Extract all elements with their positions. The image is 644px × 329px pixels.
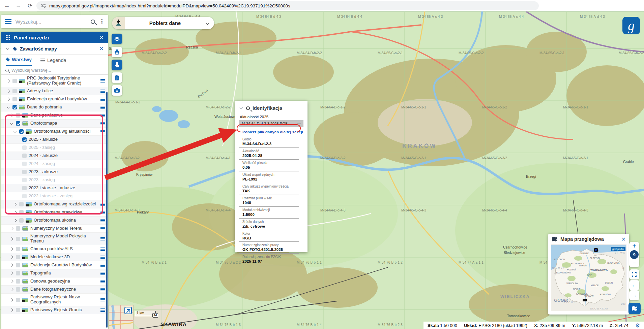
layer-checkbox[interactable] bbox=[16, 121, 20, 126]
layer-row[interactable]: Ortofotomapa wg rozdzielczości bbox=[1, 200, 108, 208]
expand-chevron-icon[interactable] bbox=[7, 105, 10, 108]
layer-menu-icon[interactable] bbox=[100, 122, 105, 125]
layer-row[interactable]: Ortofotomapa wg aktualności bbox=[1, 128, 108, 136]
tab-legenda[interactable]: Legenda bbox=[40, 58, 66, 66]
browser-back-icon[interactable]: ← bbox=[3, 2, 11, 9]
browser-forward-icon[interactable]: → bbox=[15, 2, 22, 9]
layer-row[interactable]: Dane fotogrametryczne bbox=[1, 286, 108, 294]
expand-chevron-icon[interactable] bbox=[7, 79, 10, 83]
layer-checkbox[interactable] bbox=[16, 279, 20, 284]
layer-row[interactable]: 2022 i starsze - arkusze bbox=[1, 184, 108, 192]
layer-search-input[interactable]: Wyszukaj warstwę... bbox=[1, 66, 108, 75]
expand-chevron-icon[interactable] bbox=[13, 203, 17, 206]
expand-chevron-icon[interactable] bbox=[10, 308, 13, 312]
layer-menu-icon[interactable] bbox=[100, 98, 105, 101]
global-search-bar[interactable]: Wyszukaj... ⋮ bbox=[1, 15, 108, 28]
search-icon[interactable] bbox=[91, 20, 95, 24]
chevron-down-icon[interactable] bbox=[6, 46, 9, 50]
layer-row[interactable]: 2023 - arkusze bbox=[1, 168, 108, 176]
pobierz-dane-dropdown[interactable]: Pobierz dane bbox=[112, 17, 214, 29]
layer-row[interactable]: Osnowa geodezyjna bbox=[1, 277, 108, 286]
open-basemap-icon[interactable] bbox=[124, 307, 132, 314]
layer-checkbox[interactable] bbox=[16, 263, 20, 267]
layer-menu-icon[interactable] bbox=[100, 203, 105, 206]
previous-extent-button[interactable]: ← bbox=[629, 280, 639, 290]
map-content-close-icon[interactable]: ✕ bbox=[99, 45, 104, 52]
layer-menu-icon[interactable] bbox=[100, 219, 105, 222]
layer-checkbox[interactable] bbox=[16, 226, 20, 231]
layers-tool-button[interactable] bbox=[112, 34, 122, 44]
layer-checkbox[interactable] bbox=[22, 154, 27, 158]
layer-row[interactable]: 2024 - arkusze bbox=[1, 152, 108, 160]
layer-menu-icon[interactable] bbox=[100, 130, 105, 133]
layer-row[interactable]: 2022 i starsze - zasięg bbox=[1, 192, 108, 200]
settings-gear-icon[interactable]: ⚙ bbox=[635, 322, 640, 329]
overview-toggle-button[interactable] bbox=[628, 303, 641, 314]
geoportal-logo[interactable]: g bbox=[622, 17, 640, 34]
layer-row[interactable]: Dane do pobrania bbox=[1, 103, 108, 111]
browser-reload-icon[interactable]: ⟳ bbox=[26, 2, 34, 9]
fullscreen-button[interactable] bbox=[629, 269, 639, 279]
layer-row[interactable]: Topografia bbox=[1, 269, 108, 277]
layer-row[interactable]: Państwowy Rejestr Nazw Geograficznych bbox=[1, 294, 108, 306]
layer-row[interactable]: Numeryczny Model Terenu bbox=[1, 225, 108, 233]
layer-row[interactable]: Ortofotomapa ukośna bbox=[1, 217, 108, 225]
panel-close-icon[interactable]: ✕ bbox=[99, 34, 104, 41]
layer-checkbox[interactable] bbox=[12, 79, 17, 83]
expand-chevron-icon[interactable] bbox=[13, 211, 17, 214]
layer-checkbox[interactable] bbox=[19, 210, 24, 215]
layer-row[interactable]: Państwowy Rejestr Granic bbox=[1, 306, 108, 314]
expand-chevron-icon[interactable] bbox=[10, 280, 13, 283]
expand-chevron-icon[interactable] bbox=[10, 288, 13, 291]
sidebar-scrollbar[interactable] bbox=[106, 92, 108, 328]
address-bar[interactable]: mapy.geoportal.gov.pl/imapnext/imap/inde… bbox=[36, 1, 539, 10]
layer-menu-icon[interactable] bbox=[100, 288, 105, 291]
layer-checkbox[interactable] bbox=[22, 186, 27, 190]
layer-row[interactable]: Dane powiatowe bbox=[1, 111, 108, 120]
layer-menu-icon[interactable] bbox=[100, 106, 105, 109]
print-tool-button[interactable] bbox=[112, 47, 122, 57]
expand-chevron-icon[interactable] bbox=[10, 264, 13, 267]
layer-menu-icon[interactable] bbox=[100, 272, 105, 275]
expand-chevron-icon[interactable] bbox=[10, 256, 13, 259]
result-accordion[interactable]: M-34-64-D-d-2-3 2025 RGB — bbox=[239, 120, 303, 127]
expand-chevron-icon[interactable] bbox=[10, 237, 13, 240]
layer-checkbox[interactable] bbox=[22, 170, 27, 174]
popup-collapse-chevron[interactable] bbox=[240, 106, 243, 109]
layer-row[interactable]: Chmura punktów ALS bbox=[1, 245, 108, 253]
layer-menu-icon[interactable] bbox=[100, 79, 105, 83]
collapse-minus-icon[interactable]: — bbox=[297, 122, 301, 126]
overview-minimap[interactable]: SZCZECINGDAŃSKOLSZTYNBIAŁYSTOKBYDGOSZCZT… bbox=[551, 244, 626, 311]
layer-checkbox[interactable] bbox=[16, 287, 20, 292]
layer-row[interactable]: Ortofotomapa prawdziwa bbox=[1, 208, 108, 217]
layer-checkbox[interactable] bbox=[16, 113, 20, 118]
layer-checkbox[interactable] bbox=[19, 129, 24, 134]
expand-chevron-icon[interactable] bbox=[10, 298, 13, 301]
layer-checkbox[interactable] bbox=[22, 162, 27, 166]
expand-chevron-icon[interactable] bbox=[13, 219, 17, 222]
expand-chevron-icon[interactable] bbox=[10, 248, 13, 251]
menu-icon[interactable] bbox=[5, 19, 11, 24]
layer-menu-icon[interactable] bbox=[100, 248, 105, 251]
layer-menu-icon[interactable] bbox=[100, 280, 105, 283]
layer-row[interactable]: Ewidencja Gruntów i Budynków bbox=[1, 261, 108, 269]
layer-menu-icon[interactable] bbox=[100, 211, 105, 214]
next-extent-button[interactable]: → bbox=[629, 290, 639, 300]
layer-menu-icon[interactable] bbox=[100, 90, 105, 93]
layer-row[interactable]: Ewidencja gruntów i budynków bbox=[1, 95, 108, 103]
layer-checkbox[interactable] bbox=[19, 218, 24, 223]
layer-checkbox[interactable] bbox=[16, 271, 20, 275]
expand-chevron-icon[interactable] bbox=[10, 121, 13, 125]
layer-row[interactable]: Modele siatkowe 3D bbox=[1, 253, 108, 261]
layer-checkbox[interactable] bbox=[19, 202, 24, 206]
layer-checkbox[interactable] bbox=[16, 308, 20, 312]
layer-checkbox[interactable] bbox=[12, 97, 17, 101]
expand-chevron-icon[interactable] bbox=[10, 227, 13, 230]
layer-row[interactable]: Ortofotomapa bbox=[1, 120, 108, 128]
zoom-in-button[interactable]: + bbox=[629, 242, 639, 250]
download-section-link[interactable]: Pobierz plik danych dla tej sekcji bbox=[242, 130, 303, 134]
layer-checkbox[interactable] bbox=[16, 247, 20, 251]
expand-chevron-icon[interactable] bbox=[7, 98, 10, 101]
layer-row[interactable]: 2023 - zasięg bbox=[1, 176, 108, 184]
layer-row[interactable]: 2025 - zasięg bbox=[1, 144, 108, 152]
